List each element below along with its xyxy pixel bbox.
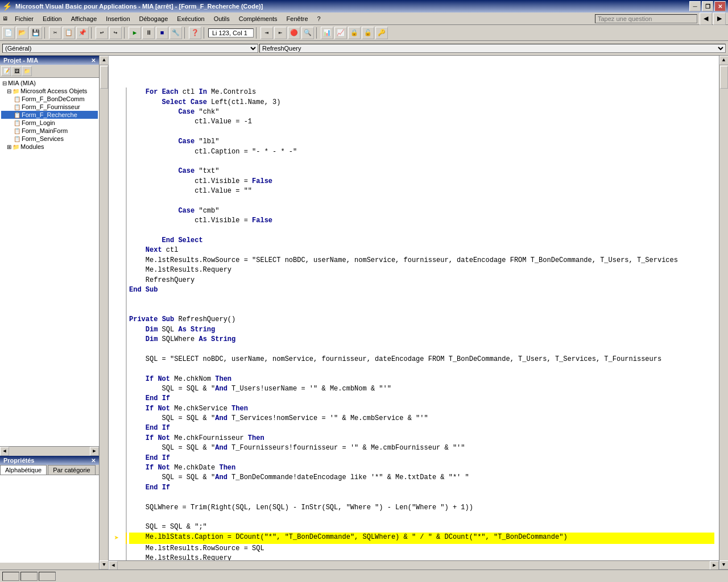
- props-tab-category[interactable]: Par catégorie: [48, 465, 95, 475]
- tb-cut[interactable]: ✂: [49, 27, 61, 39]
- tb-find[interactable]: 🔍: [301, 27, 314, 39]
- properties-close-icon[interactable]: ✕: [91, 458, 96, 464]
- tree-item-form-fournisseur[interactable]: 📋 Form_F_Fournisseur: [1, 103, 98, 111]
- tree-item-form-mainform[interactable]: 📋 Form_MainForm: [1, 127, 98, 135]
- line-text: SQL = SQL & "And T_BonDeCommande!dateEnc…: [129, 473, 714, 483]
- tb-outdent[interactable]: ⇤: [274, 27, 287, 39]
- close-button[interactable]: ✕: [714, 1, 726, 11]
- line-text: Case "txt": [129, 167, 714, 176]
- help-search-input[interactable]: [595, 14, 697, 23]
- line-text: [129, 493, 714, 502]
- line-bar: [122, 423, 127, 433]
- tb-extra4[interactable]: 🔓: [362, 27, 374, 39]
- menu-outils[interactable]: Outils: [209, 14, 234, 23]
- line-arrow-indicator: [111, 513, 122, 522]
- tb-redo[interactable]: ↪: [109, 27, 122, 39]
- proj-view-form[interactable]: 🖼: [11, 66, 22, 76]
- line-text: [129, 305, 714, 315]
- tb-toggle-bkpt[interactable]: 🔴: [288, 27, 300, 39]
- tree-item-modules[interactable]: ⊞ 📁 Modules: [1, 143, 98, 151]
- project-close-icon[interactable]: ✕: [91, 57, 96, 64]
- tree-item-mia[interactable]: ⊟ MIA (MIA): [1, 79, 98, 87]
- code-vscroll-up[interactable]: ▲: [719, 56, 729, 65]
- tree-label: Form_Services: [22, 135, 64, 142]
- code-hscroll-left[interactable]: ◀: [109, 561, 118, 570]
- line-arrow-indicator: [111, 167, 122, 176]
- search-arrow-left[interactable]: ◀: [700, 13, 712, 25]
- restore-button[interactable]: ❐: [702, 1, 713, 11]
- line-text: End If: [129, 394, 714, 404]
- tb-copy[interactable]: 📋: [63, 27, 75, 39]
- tb-extra2[interactable]: 📈: [334, 27, 347, 39]
- line-text: SQL = SQL & ";": [129, 522, 714, 532]
- tb-pause[interactable]: ⏸: [142, 27, 155, 39]
- line-bar: [122, 503, 127, 513]
- line-arrow-indicator: [111, 305, 122, 315]
- tree-item-form-recherche[interactable]: 📋 Form_F_Recherche: [1, 111, 98, 119]
- line-text: RefreshQuery: [129, 276, 714, 285]
- tb-new[interactable]: 📄: [2, 27, 15, 39]
- menu-complements[interactable]: Compléments: [234, 14, 282, 23]
- menu-edition[interactable]: Edition: [38, 14, 67, 23]
- code-content: For Each ctl In Me.Controls Select Case …: [109, 56, 719, 560]
- status-seg1: [2, 572, 19, 581]
- menu-icon: 🖥: [2, 15, 8, 22]
- code-vscroll-down[interactable]: ▼: [719, 560, 729, 569]
- line-bar: [122, 463, 127, 473]
- tb-extra3[interactable]: 🔒: [348, 27, 361, 39]
- line-bar: [122, 107, 127, 117]
- tb-save[interactable]: 💾: [30, 27, 42, 39]
- tb-paste[interactable]: 📌: [76, 27, 89, 39]
- menu-help[interactable]: ?: [313, 14, 325, 23]
- line-text: SQLWhere = Trim(Right(SQL, Len(SQL) - In…: [129, 503, 714, 513]
- proj-view-code[interactable]: 📝: [1, 66, 11, 76]
- hscroll-right[interactable]: ▶: [90, 447, 99, 456]
- code-hscroll-right[interactable]: ▶: [710, 561, 719, 570]
- tb-extra5[interactable]: 🔑: [375, 27, 388, 39]
- line-bar: [122, 137, 127, 147]
- module-dropdown[interactable]: (Général): [2, 44, 258, 53]
- search-arrow-right[interactable]: ▶: [713, 13, 726, 25]
- tree-label: Form_F_BonDeComm: [22, 95, 85, 102]
- code-body[interactable]: For Each ctl In Me.Controls Select Case …: [109, 56, 719, 560]
- tb-stop[interactable]: ■: [156, 27, 168, 39]
- proj-folder[interactable]: 📁: [22, 66, 32, 76]
- line-text: ctl.Caption = "- * - * -": [129, 147, 714, 157]
- vscroll-up[interactable]: ▲: [100, 56, 109, 65]
- menu-fenetre[interactable]: Fenêtre: [282, 14, 313, 23]
- menu-insertion[interactable]: Insertion: [101, 14, 134, 23]
- tb-sep6: [256, 27, 258, 39]
- vscroll-down[interactable]: ▼: [100, 560, 109, 569]
- project-title: Projet - MIA: [3, 57, 38, 64]
- tree-label: MIA (MIA): [8, 80, 36, 86]
- proc-dropdown[interactable]: RefreshQuery: [259, 44, 726, 53]
- tree-item-form-bondecomm[interactable]: 📋 Form_F_BonDeComm: [1, 95, 98, 103]
- menu-fichier[interactable]: Fichier: [10, 14, 38, 23]
- tb-undo[interactable]: ↩: [96, 27, 108, 39]
- line-arrow-indicator: [111, 226, 122, 236]
- tree-item-access-objets[interactable]: ⊟ 📁 Microsoft Access Objets: [1, 87, 98, 95]
- menu-debogage[interactable]: Débogage: [135, 14, 173, 23]
- tb-design[interactable]: 🔧: [169, 27, 182, 39]
- hscroll-left[interactable]: ◀: [0, 447, 9, 456]
- tree-item-form-login[interactable]: 📋 Form_Login: [1, 119, 98, 127]
- menu-execution[interactable]: Exécution: [172, 14, 209, 23]
- tb-sep1: [44, 27, 47, 39]
- tb-extra1[interactable]: 📊: [321, 27, 333, 39]
- tree-expand-icon: ⊟: [7, 88, 11, 94]
- line-arrow-indicator: [111, 315, 122, 325]
- tb-indent[interactable]: ⇥: [260, 27, 273, 39]
- line-arrow-indicator: [111, 483, 122, 493]
- code-vscroll-thumb[interactable]: [720, 66, 728, 89]
- tree-item-form-services[interactable]: 📋 Form_Services: [1, 135, 98, 143]
- minimize-button[interactable]: ─: [689, 1, 701, 11]
- menu-affichage[interactable]: Affichage: [67, 14, 102, 23]
- line-bar: [122, 147, 127, 157]
- tb-run[interactable]: ▶: [129, 27, 141, 39]
- line-arrow-indicator: [111, 414, 122, 423]
- tb-open[interactable]: 📂: [16, 27, 28, 39]
- line-bar: [122, 325, 127, 335]
- vscroll-thumb[interactable]: [100, 66, 108, 89]
- tb-help[interactable]: ❓: [189, 27, 201, 39]
- props-tab-alpha[interactable]: Alphabétique: [0, 465, 47, 475]
